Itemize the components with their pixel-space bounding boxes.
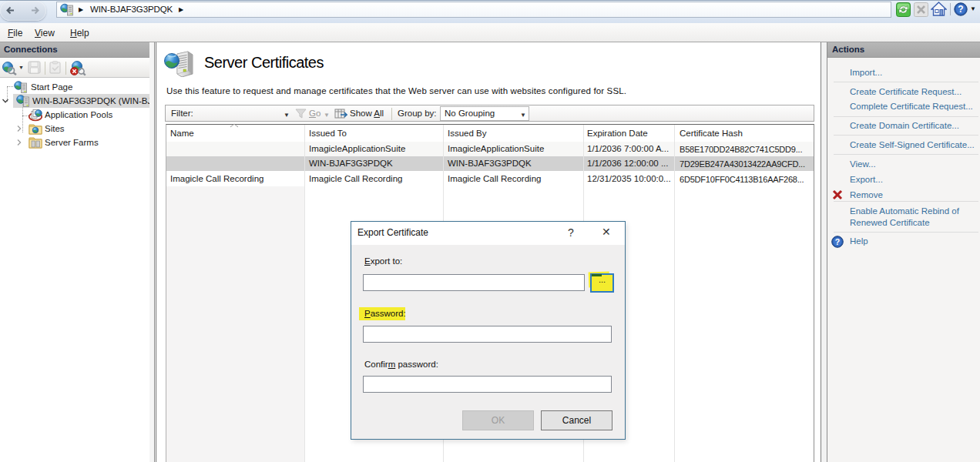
svg-text:?: ? (835, 237, 840, 246)
svg-text:?: ? (958, 4, 963, 15)
